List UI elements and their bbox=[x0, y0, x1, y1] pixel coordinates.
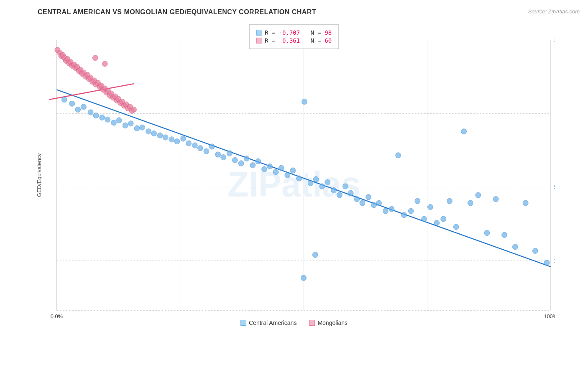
svg-point-53 bbox=[302, 99, 307, 104]
svg-point-14 bbox=[75, 107, 81, 112]
svg-point-17 bbox=[93, 113, 99, 118]
svg-point-16 bbox=[88, 110, 93, 115]
svg-point-33 bbox=[186, 141, 192, 146]
svg-point-27 bbox=[151, 130, 157, 136]
svg-point-70 bbox=[401, 212, 407, 217]
svg-point-57 bbox=[325, 179, 330, 185]
legend-square-blue-bottom bbox=[240, 320, 246, 326]
svg-point-36 bbox=[204, 148, 209, 154]
svg-point-75 bbox=[434, 220, 440, 225]
svg-point-85 bbox=[512, 244, 518, 250]
svg-point-12 bbox=[61, 97, 67, 102]
legend-square-blue bbox=[256, 30, 262, 36]
svg-point-55 bbox=[313, 176, 319, 182]
svg-point-20 bbox=[111, 120, 117, 125]
legend-row-pink: R = 0.361 N = 60 bbox=[256, 37, 332, 44]
svg-point-18 bbox=[100, 115, 105, 120]
svg-point-50 bbox=[285, 172, 290, 178]
svg-point-86 bbox=[523, 200, 528, 206]
svg-point-13 bbox=[69, 101, 75, 106]
svg-point-71 bbox=[408, 208, 414, 214]
svg-point-135 bbox=[131, 107, 137, 112]
svg-point-41 bbox=[232, 157, 238, 163]
svg-point-90 bbox=[312, 252, 318, 258]
svg-point-69 bbox=[396, 153, 401, 158]
svg-point-73 bbox=[422, 216, 427, 222]
svg-point-35 bbox=[197, 146, 203, 151]
svg-point-44 bbox=[250, 163, 256, 168]
svg-point-60 bbox=[343, 184, 348, 189]
svg-point-51 bbox=[290, 168, 296, 173]
x-label-0: 0.0% bbox=[51, 313, 63, 319]
svg-point-66 bbox=[376, 200, 382, 206]
svg-point-80 bbox=[468, 200, 473, 206]
svg-point-58 bbox=[331, 187, 337, 193]
svg-point-39 bbox=[221, 155, 226, 160]
legend-row-blue: R = -0.707 N = 98 bbox=[256, 29, 332, 36]
svg-point-72 bbox=[415, 198, 420, 204]
svg-point-81 bbox=[476, 192, 481, 198]
svg-point-89 bbox=[301, 275, 307, 281]
svg-point-48 bbox=[273, 169, 279, 175]
svg-point-68 bbox=[389, 206, 394, 212]
source-label: Source: ZipAtlas.com bbox=[528, 8, 580, 15]
svg-point-79 bbox=[461, 129, 467, 134]
legend-r-pink: R = 0.361 N = 60 bbox=[265, 37, 332, 44]
svg-point-29 bbox=[163, 135, 168, 140]
y-label-100: 100.0% bbox=[554, 37, 555, 43]
svg-point-137 bbox=[92, 55, 98, 61]
svg-point-45 bbox=[256, 158, 261, 164]
scatter-chart: ZIPatlas 100.0% 75.0% 50.0% 25.0% bbox=[33, 20, 555, 330]
svg-point-40 bbox=[227, 151, 232, 156]
legend-square-pink bbox=[256, 38, 262, 43]
svg-point-87 bbox=[532, 248, 538, 253]
legend-box: R = -0.707 N = 98 R = 0.361 N = 60 bbox=[249, 24, 339, 49]
legend-r-blue: R = -0.707 N = 98 bbox=[265, 29, 332, 36]
svg-point-59 bbox=[337, 192, 342, 198]
svg-point-136 bbox=[102, 61, 107, 66]
y-label-25: 25.0% bbox=[554, 258, 555, 264]
svg-point-65 bbox=[371, 202, 377, 208]
svg-point-28 bbox=[157, 133, 163, 138]
svg-point-23 bbox=[128, 121, 133, 126]
central-americans-label: Central Americans bbox=[249, 319, 297, 326]
chart-title: CENTRAL AMERICAN VS MONGOLIAN GED/EQUIVA… bbox=[33, 8, 555, 16]
y-label-50: 50.0% bbox=[554, 184, 555, 190]
svg-point-62 bbox=[354, 196, 360, 202]
svg-point-88 bbox=[544, 260, 550, 266]
svg-point-22 bbox=[123, 123, 128, 128]
svg-point-37 bbox=[209, 144, 215, 149]
svg-point-42 bbox=[238, 161, 244, 166]
svg-point-26 bbox=[146, 129, 151, 134]
svg-point-32 bbox=[181, 136, 186, 141]
svg-point-25 bbox=[140, 125, 145, 130]
svg-point-31 bbox=[174, 138, 180, 144]
y-label-75: 75.0% bbox=[554, 110, 555, 117]
svg-point-54 bbox=[308, 180, 313, 186]
svg-point-52 bbox=[297, 176, 302, 181]
svg-point-61 bbox=[348, 190, 353, 196]
legend-square-pink-bottom bbox=[309, 320, 315, 326]
x-label-100: 100% bbox=[544, 313, 555, 319]
y-axis-label: GED/Equivalency bbox=[36, 153, 43, 197]
bottom-legend: Central Americans Mongolians bbox=[240, 319, 348, 326]
svg-point-78 bbox=[453, 224, 459, 230]
svg-point-63 bbox=[360, 200, 365, 206]
legend-mongolians: Mongolians bbox=[309, 319, 348, 326]
svg-point-56 bbox=[320, 184, 325, 189]
svg-point-83 bbox=[493, 196, 499, 202]
svg-point-24 bbox=[134, 125, 140, 131]
svg-point-84 bbox=[502, 232, 507, 238]
svg-point-46 bbox=[261, 166, 267, 172]
svg-point-76 bbox=[441, 216, 446, 222]
svg-point-38 bbox=[215, 152, 221, 157]
chart-container: CENTRAL AMERICAN VS MONGOLIAN GED/EQUIVA… bbox=[0, 0, 588, 373]
svg-point-77 bbox=[447, 198, 452, 204]
chart-area: R = -0.707 N = 98 R = 0.361 N = 60 ZIPat… bbox=[33, 20, 555, 330]
svg-point-34 bbox=[192, 143, 197, 148]
legend-central-americans: Central Americans bbox=[240, 319, 297, 326]
svg-point-19 bbox=[105, 117, 110, 122]
svg-point-49 bbox=[279, 165, 284, 171]
svg-point-30 bbox=[169, 137, 174, 142]
svg-point-15 bbox=[81, 104, 87, 110]
